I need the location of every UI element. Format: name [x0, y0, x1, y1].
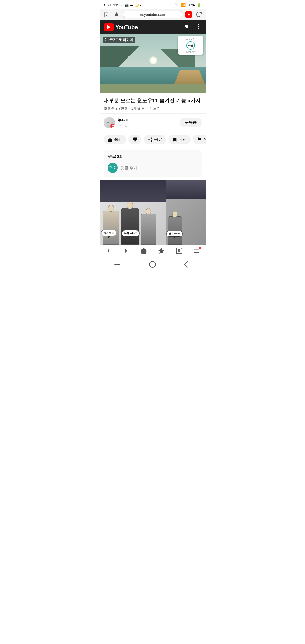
menu-notification-dot	[199, 247, 201, 249]
tab-count[interactable]: 5	[176, 248, 182, 254]
share-button[interactable]: 공유	[144, 135, 166, 144]
status-right: 📶 26% 🔋	[175, 2, 201, 8]
manga-character-1	[103, 211, 119, 245]
status-bar: SKT 11:52 📷 ☁ 🌙 • 📶 26% 🔋	[100, 0, 206, 9]
mini-popup: 시작 시간 20분 시간 1분 예약	[178, 36, 203, 55]
speech-bubble-1: 풍이 형!!!	[101, 230, 117, 236]
manga-right-panel: Moo 상아 누나!!!	[166, 180, 206, 245]
svg-line-9	[149, 140, 151, 141]
manga-scene: 풍이 형!!! 윤지 누나!!! Moo 상아 누나!!!	[100, 180, 206, 245]
svg-point-7	[148, 139, 150, 140]
nav-home-button[interactable]	[141, 248, 147, 254]
comments-section: 댓글 22 현수	[104, 150, 202, 177]
svg-point-5	[198, 28, 199, 29]
share-label: 공유	[154, 137, 162, 142]
svg-point-3	[198, 24, 199, 25]
next-video-area[interactable]: 풍이 형!!! 윤지 누나!!! Moo 상아 누나!!!	[100, 180, 206, 245]
status-icons: 📷 ☁ 🌙 •	[124, 3, 141, 7]
youtube-logo[interactable]: YouTube	[104, 23, 138, 31]
phone-navigation	[100, 256, 206, 272]
speech-bubble-2: 윤지 누나!!!	[122, 230, 140, 237]
more-button[interactable]: ...더보기	[147, 106, 161, 111]
like-button[interactable]: 465	[104, 135, 126, 144]
video-info: 대부분 모르는 윈도우11 숨겨진 기능 5가지 조회수 9.7천회 · 1개월…	[100, 93, 206, 113]
mini-popup-time: 20분	[186, 41, 195, 50]
nav-back-button[interactable]	[105, 248, 112, 254]
report-label: 신고	[203, 137, 206, 142]
channel-row: 누나 IT 누나IT 52.9만 구독중	[100, 113, 206, 132]
channel-left: 누나 IT 누나IT 52.9만	[104, 117, 129, 128]
speech-bubble-3: 상아 누나!!!	[166, 231, 183, 237]
upload-time: 1개월 전	[131, 106, 145, 111]
battery-icon: 🔋	[197, 3, 201, 7]
save-label: 저장	[179, 137, 187, 142]
view-count: 조회수 9.7천회	[104, 106, 128, 111]
youtube-header: YouTube	[100, 20, 206, 34]
comment-input-row: 현수	[108, 163, 198, 173]
channel-avatar-badge: IT	[110, 124, 115, 128]
video-title: 대부분 모르는 윈도우11 숨겨진 기능 5가지	[104, 97, 202, 104]
mini-popup-label: 시작 시간	[186, 38, 195, 40]
nav-forward-button[interactable]	[123, 248, 129, 254]
comment-input[interactable]	[121, 164, 198, 171]
signal-icon: 📶	[181, 3, 186, 7]
svg-rect-0	[115, 14, 118, 16]
channel-name[interactable]: 누나IT	[118, 118, 129, 123]
lock-icon	[113, 10, 121, 18]
dislike-button[interactable]	[128, 135, 141, 144]
video-overlay-badge: 2. 뽀모도로 타이머	[103, 37, 136, 43]
wifi-icon	[175, 2, 179, 8]
nav-bookmark-button[interactable]	[158, 248, 164, 254]
header-icons	[184, 23, 202, 31]
bookmark-icon[interactable]	[103, 10, 110, 18]
search-icon[interactable]	[184, 23, 190, 31]
manga-character-4	[168, 216, 182, 245]
status-left: SKT 11:52 📷 ☁ 🌙 •	[104, 3, 141, 7]
time-label: 11:52	[113, 3, 123, 7]
comments-header: 댓글 22	[108, 154, 198, 159]
svg-point-6	[151, 138, 152, 139]
phone-back-button[interactable]	[183, 259, 193, 269]
like-count: 465	[114, 137, 121, 142]
save-button[interactable]: 저장	[168, 135, 191, 144]
refresh-icon[interactable]	[195, 10, 203, 18]
action-row: 465 공유 저장 신고	[100, 132, 206, 147]
svg-point-4	[198, 26, 199, 27]
bottom-navigation: 5	[100, 245, 206, 256]
svg-line-10	[149, 138, 151, 139]
youtube-browser-icon[interactable]	[185, 10, 193, 18]
avatar-initials: 현수	[109, 165, 116, 170]
channel-avatar[interactable]: 누나 IT	[104, 117, 115, 128]
carrier-label: SKT	[104, 3, 112, 7]
channel-subs: 52.9만	[118, 123, 129, 128]
more-menu-icon[interactable]	[195, 23, 202, 31]
nav-tabs-button[interactable]: 5	[176, 248, 182, 254]
manga-character-2	[121, 208, 139, 245]
youtube-logo-icon	[104, 23, 114, 31]
video-meta: 조회수 9.7천회 · 1개월 전 ...더보기	[104, 106, 202, 111]
comment-user-avatar: 현수	[108, 163, 118, 173]
battery-label: 26%	[187, 3, 195, 7]
subscribe-button[interactable]: 구독중	[180, 118, 202, 127]
youtube-logo-text: YouTube	[116, 24, 138, 31]
report-button[interactable]: 신고	[193, 135, 206, 144]
svg-point-8	[151, 140, 152, 142]
browser-bar: m.youtube.com	[100, 9, 206, 20]
channel-info: 누나IT 52.9만	[118, 118, 129, 128]
manga-left-panel: 풍이 형!!! 윤지 누나!!!	[100, 180, 166, 245]
phone-menu-button[interactable]	[112, 259, 122, 269]
url-bar[interactable]: m.youtube.com	[123, 11, 182, 18]
nav-menu-button[interactable]	[193, 248, 200, 254]
phone-home-button[interactable]	[147, 259, 158, 269]
manga-character-3	[141, 214, 156, 245]
svg-marker-12	[159, 248, 164, 253]
video-thumbnail[interactable]: 2. 뽀모도로 타이머 시작 시간 20분 시간 1분 예약	[100, 34, 206, 93]
